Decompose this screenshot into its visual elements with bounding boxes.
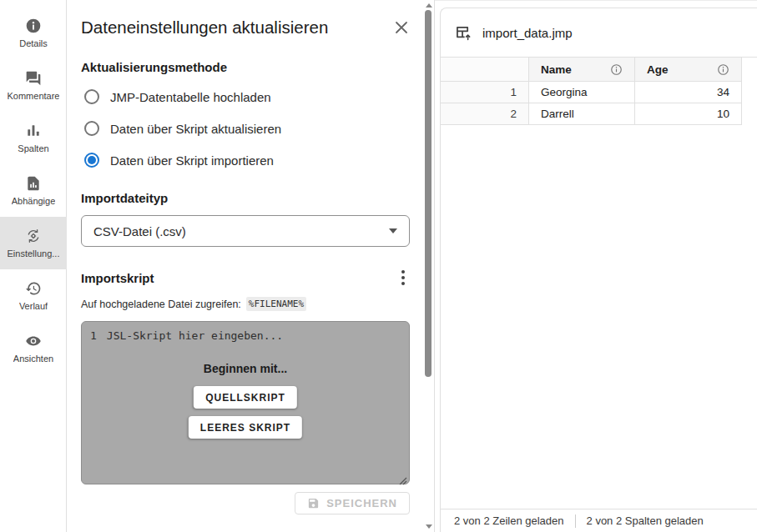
table-cell-name[interactable]: Darrell (529, 103, 635, 125)
data-table: Name Age 1 Georgina 34 2 Darrell 10 (441, 58, 757, 125)
scroll-up-icon[interactable] (426, 3, 432, 8)
radio-icon-selected (84, 153, 99, 168)
status-divider (575, 514, 576, 528)
radio-update-via-script[interactable]: Daten über Skript aktualisieren (81, 113, 410, 144)
table-status-bar: 2 von 2 Zeilen geladen 2 von 2 Spalten g… (441, 509, 757, 532)
sidebar-item-label: Einstellung... (8, 248, 60, 258)
save-icon (307, 497, 320, 509)
sidebar-item-verlauf[interactable]: Verlauf (0, 269, 67, 322)
sidebar-item-abhaengige[interactable]: Abhängige (0, 164, 67, 217)
sidebar-item-einstellungen[interactable]: Einstellung... (0, 217, 67, 269)
table-cell-age[interactable]: 10 (635, 103, 742, 125)
scrollbar-thumb[interactable] (425, 10, 431, 377)
columns-loaded-status: 2 von 2 Spalten geladen (587, 514, 704, 527)
selected-filetype: CSV-Datei (.csv) (93, 224, 186, 238)
sidebar-item-label: Abhängige (12, 196, 56, 206)
method-section-label: Aktualisierungsmethode (81, 60, 410, 74)
sidebar-item-label: Details (19, 38, 48, 48)
kebab-menu-icon[interactable] (396, 269, 410, 287)
info-icon (25, 18, 42, 34)
sidebar-item-spalten[interactable]: Spalten (0, 112, 67, 164)
jsl-script-editor[interactable]: 1 JSL-Skript hier eingeben... Beginnen m… (81, 321, 410, 484)
dialog-title: Dateneinstellungen aktualisieren (81, 17, 328, 38)
sidebar-item-kommentare[interactable]: Kommentare (0, 59, 67, 112)
data-table-upload-icon (454, 24, 472, 42)
radio-icon (84, 121, 99, 136)
update-method-radio-group: JMP-Datentabelle hochladen Daten über Sk… (81, 81, 410, 176)
source-script-button[interactable]: QUELLSKRIPT (194, 386, 297, 409)
sidebar-item-label: Ansichten (13, 354, 53, 364)
radio-import-via-script[interactable]: Daten über Skript importieren (81, 144, 410, 176)
table-cell-name[interactable]: Georgina (529, 82, 635, 103)
sidebar-item-label: Kommentare (8, 91, 60, 101)
script-section-label: Importskript (81, 271, 154, 285)
save-button[interactable]: SPEICHERN (295, 492, 410, 514)
rows-loaded-status: 2 von 2 Zeilen geladen (454, 514, 564, 527)
sidebar: Details Kommentare Spalten Abhängige Ein… (0, 0, 67, 532)
columns-chart-icon (25, 123, 42, 139)
sidebar-item-details[interactable]: Details (0, 7, 67, 59)
table-cell-age[interactable]: 34 (635, 82, 742, 103)
settings-sync-icon (25, 228, 42, 244)
start-with-label: Beginnen mit... (204, 362, 287, 375)
comments-icon (25, 70, 42, 87)
filetype-section-label: Importdateityp (81, 191, 410, 205)
sidebar-item-label: Spalten (18, 143, 48, 153)
file-access-hint: Auf hochgeladene Datei zugreifen: (81, 299, 241, 310)
table-corner-cell (441, 58, 529, 82)
dialog-scrollbar[interactable] (423, 0, 434, 532)
preview-file-name: import_data.jmp (482, 26, 573, 40)
history-icon (25, 280, 42, 297)
column-info-icon[interactable] (717, 63, 729, 76)
column-header-name[interactable]: Name (529, 58, 635, 82)
chevron-down-icon (389, 228, 397, 233)
radio-upload-jmp-table[interactable]: JMP-Datentabelle hochladen (81, 81, 410, 113)
sidebar-item-label: Verlauf (19, 301, 48, 311)
row-number[interactable]: 2 (441, 103, 529, 125)
update-data-settings-dialog: Dateneinstellungen aktualisieren Aktuali… (68, 0, 423, 532)
column-info-icon[interactable] (610, 63, 623, 76)
column-header-age[interactable]: Age (635, 58, 742, 82)
import-filetype-select[interactable]: CSV-Datei (.csv) (81, 215, 410, 247)
eye-icon (25, 333, 42, 349)
resize-handle[interactable] (399, 474, 407, 482)
data-table-card: import_data.jmp Name Age 1 Georgina 34 2… (440, 8, 757, 532)
close-icon[interactable] (393, 19, 410, 36)
row-number[interactable]: 1 (441, 82, 529, 103)
editor-placeholder: JSL-Skript hier eingeben... (107, 329, 283, 342)
sidebar-item-ansichten[interactable]: Ansichten (0, 322, 67, 374)
scroll-down-icon[interactable] (426, 524, 432, 529)
data-preview-panel: import_data.jmp Name Age 1 Georgina 34 2… (435, 0, 757, 532)
dependents-file-icon (25, 175, 42, 192)
radio-icon (84, 89, 99, 104)
empty-script-button[interactable]: LEERES SKRIPT (189, 416, 302, 439)
filename-token: %FILENAME% (246, 297, 306, 311)
editor-line-number: 1 (90, 329, 97, 342)
